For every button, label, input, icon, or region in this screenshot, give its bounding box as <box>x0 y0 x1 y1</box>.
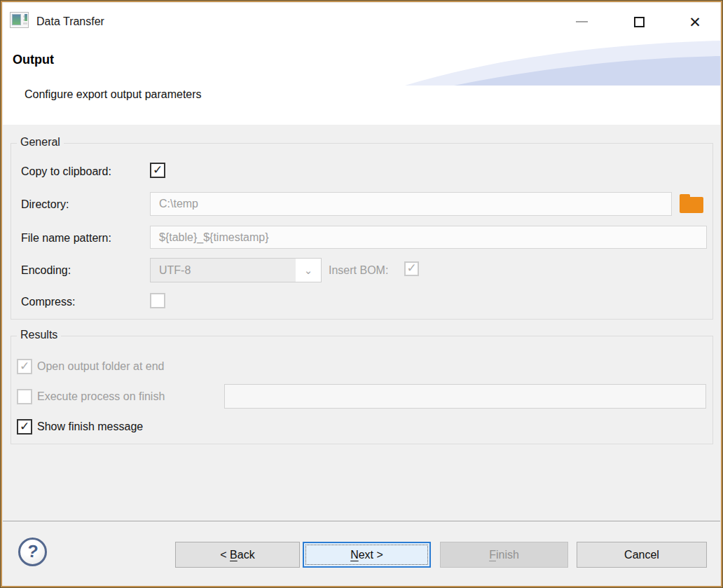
help-icon: ? <box>26 540 39 561</box>
maximize-icon <box>634 17 645 27</box>
directory-value: C:\temp <box>159 198 198 210</box>
help-button[interactable]: ? <box>18 538 47 566</box>
compress-checkbox: ✓ <box>150 293 165 308</box>
execute-process-input <box>224 384 706 409</box>
show-finish-message-label: Show finish message <box>37 421 143 433</box>
results-group-legend: Results <box>17 329 61 341</box>
dialog-header: Data Transfer ✕ Output Configure export … <box>3 3 720 125</box>
banner-swoosh-graphic <box>405 39 720 87</box>
page-subtitle: Configure export output parameters <box>25 88 202 101</box>
finish-button: Finish <box>440 542 568 568</box>
open-output-folder-label: Open output folder at end <box>37 360 164 373</box>
footer-separator <box>3 521 720 521</box>
maximize-button[interactable] <box>623 3 655 41</box>
dialog-body: General Copy to clipboard: ✓ Directory: … <box>3 125 720 585</box>
check-icon: ✓ <box>153 164 163 176</box>
minimize-icon <box>576 21 588 22</box>
copy-to-clipboard-checkbox[interactable]: ✓ <box>150 163 165 178</box>
file-name-pattern-label: File name pattern: <box>21 232 111 245</box>
check-icon: ✓ <box>20 360 29 372</box>
back-button[interactable]: < Back <box>175 542 300 568</box>
app-icon <box>10 12 29 28</box>
minimize-button[interactable] <box>565 3 598 41</box>
window-title: Data Transfer <box>36 15 104 28</box>
show-finish-message-checkbox[interactable]: ✓ <box>17 419 32 435</box>
encoding-value: UTF-8 <box>151 259 296 282</box>
execute-process-label: Execute process on finish <box>37 390 165 403</box>
encoding-select[interactable]: UTF-8 ⌄ <box>150 258 322 282</box>
insert-bom-checkbox: ✓ <box>404 261 419 276</box>
copy-to-clipboard-label: Copy to clipboard: <box>21 165 111 178</box>
chevron-down-icon: ⌄ <box>296 259 321 282</box>
close-button[interactable]: ✕ <box>679 3 711 41</box>
file-name-pattern-value: ${table}_${timestamp} <box>159 231 269 244</box>
file-name-pattern-input[interactable]: ${table}_${timestamp} <box>150 226 707 249</box>
check-icon: ✓ <box>406 262 416 274</box>
general-group: General Copy to clipboard: ✓ Directory: … <box>11 143 713 320</box>
browse-folder-button[interactable] <box>680 194 703 213</box>
folder-icon <box>680 197 703 213</box>
next-button[interactable]: Next > <box>303 542 431 568</box>
check-icon: ✓ <box>20 421 29 432</box>
open-output-folder-checkbox: ✓ <box>17 359 32 374</box>
insert-bom-label: Insert BOM: <box>329 264 388 277</box>
titlebar: Data Transfer ✕ <box>3 3 720 41</box>
general-group-legend: General <box>17 136 64 149</box>
execute-process-checkbox: ✓ <box>17 389 32 404</box>
cancel-button[interactable]: Cancel <box>577 542 707 568</box>
results-group: Results ✓ Open output folder at end ✓ Ex… <box>11 336 713 444</box>
page-title: Output <box>13 53 54 67</box>
encoding-label: Encoding: <box>21 264 71 277</box>
compress-label: Compress: <box>21 296 75 308</box>
directory-label: Directory: <box>21 198 69 211</box>
close-icon: ✕ <box>689 15 701 29</box>
directory-input[interactable]: C:\temp <box>150 192 672 216</box>
data-transfer-dialog: Data Transfer ✕ Output Configure export … <box>0 0 723 588</box>
